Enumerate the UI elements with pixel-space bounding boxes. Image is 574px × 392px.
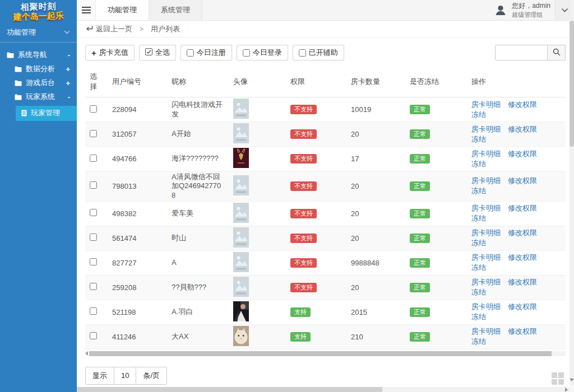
recharge-room-card-button[interactable]: + 房卡充值 <box>85 45 135 60</box>
vertical-scrollbar[interactable] <box>570 0 574 386</box>
nickname: A.羽白 <box>167 300 229 324</box>
tab-system[interactable]: 系统管理 <box>149 0 202 20</box>
filter-label: 今日登录 <box>253 48 282 58</box>
nickname: 爱车美 <box>167 201 229 226</box>
table-row: 411246大AX支持210正常房卡明细修改权限冻结 <box>85 324 566 349</box>
permission-badge: 不支持 <box>290 283 317 292</box>
row-checkbox[interactable] <box>90 234 97 241</box>
modify-permission-link[interactable]: 修改权限 <box>508 278 537 286</box>
sidebar-item-data-analysis[interactable]: 数据分析+ <box>0 62 77 76</box>
room-card-detail-link[interactable]: 房卡明细 <box>471 100 501 109</box>
row-checkbox[interactable] <box>90 209 97 216</box>
plus-icon: + <box>91 49 96 57</box>
user-area[interactable]: 您好，admin 超级管理组 <box>494 0 552 20</box>
app-window: 相聚时刻 建个岛一起乐 功能管理 系统导航-数据分析+游戏后台+玩家系统-玩家管… <box>0 0 574 392</box>
filter-checkbox-assist-open[interactable] <box>299 49 306 57</box>
freeze-link[interactable]: 冻结 <box>471 263 486 272</box>
table-horizontal-scrollbar[interactable] <box>85 350 566 357</box>
room-card-detail-link[interactable]: 房卡明细 <box>471 253 501 262</box>
page-size-control: 显示 10 条/页 <box>85 367 167 385</box>
sidebar-item-player-management[interactable]: 玩家管理 <box>16 106 77 121</box>
modify-permission-link[interactable]: 修改权限 <box>508 302 537 311</box>
sidebar-item-game-backend[interactable]: 游戏后台+ <box>0 76 77 90</box>
row-checkbox[interactable] <box>90 283 97 290</box>
modify-permission-link[interactable]: 修改权限 <box>508 327 537 335</box>
nickname: A <box>167 250 229 275</box>
user-role: 超级管理组 <box>512 11 550 18</box>
room-card-detail-link[interactable]: 房卡明细 <box>471 176 501 185</box>
modify-permission-link[interactable]: 修改权限 <box>508 176 537 185</box>
window-horizontal-scrollbar[interactable] <box>77 387 570 392</box>
table-row: 827727A不支持9988848正常房卡明细修改权限冻结 <box>85 250 566 275</box>
freeze-link[interactable]: 冻结 <box>471 110 486 119</box>
select-all-button[interactable]: 全选 <box>139 45 176 60</box>
user-greeting: 您好，admin <box>512 2 550 11</box>
modify-permission-link[interactable]: 修改权限 <box>508 228 537 237</box>
filter-button-assist-open[interactable]: 已开辅助 <box>293 45 344 60</box>
room-card-count: 10019 <box>346 97 405 122</box>
placeholder-image <box>233 227 249 248</box>
modify-permission-link[interactable]: 修改权限 <box>508 150 537 158</box>
search-button[interactable] <box>548 45 566 60</box>
scroll-right-arrow-icon[interactable] <box>565 387 568 392</box>
freeze-link[interactable]: 冻结 <box>471 239 486 247</box>
nickname: 闪电科技游戏开发 <box>167 97 229 122</box>
scrollbar-corner <box>570 387 574 392</box>
filter-checkbox-today-login[interactable] <box>243 49 250 57</box>
breadcrumb-separator: > <box>140 25 144 33</box>
modify-permission-link[interactable]: 修改权限 <box>508 253 537 262</box>
room-card-detail-link[interactable]: 房卡明细 <box>471 150 501 158</box>
row-actions: 房卡明细修改权限冻结 <box>467 147 566 171</box>
room-card-count: 20 <box>346 275 405 300</box>
row-checkbox[interactable] <box>90 105 97 113</box>
topbar-tabs: 功能管理系统管理 <box>96 0 202 20</box>
filter-button-today-login[interactable]: 今日登录 <box>237 45 288 60</box>
row-checkbox[interactable] <box>90 130 97 137</box>
window-horizontal-scrollbar-thumb[interactable] <box>77 387 382 392</box>
freeze-link[interactable]: 冻结 <box>471 135 486 143</box>
row-checkbox[interactable] <box>90 155 97 162</box>
modify-permission-link[interactable]: 修改权限 <box>508 100 537 109</box>
grid-squares-icon <box>552 372 564 385</box>
column-header: 选择 <box>85 67 108 97</box>
freeze-link[interactable]: 冻结 <box>471 337 486 346</box>
scroll-left-arrow-icon[interactable] <box>85 351 88 356</box>
room-card-detail-link[interactable]: 房卡明细 <box>471 278 501 286</box>
freeze-link[interactable]: 冻结 <box>471 160 486 168</box>
filter-button-today-registered[interactable]: 今日注册 <box>180 45 232 60</box>
vertical-scrollbar-thumb[interactable] <box>570 21 574 147</box>
nickname: 时山 <box>167 226 229 250</box>
row-checkbox[interactable] <box>90 332 97 339</box>
freeze-link[interactable]: 冻结 <box>471 214 486 222</box>
modify-permission-link[interactable]: 修改权限 <box>508 125 537 133</box>
sidebar-item-player-system[interactable]: 玩家系统- <box>0 90 77 104</box>
row-actions: 房卡明细修改权限冻结 <box>467 122 566 147</box>
tab-features[interactable]: 功能管理 <box>96 0 149 20</box>
scroll-down-arrow-icon[interactable] <box>570 379 574 381</box>
freeze-link[interactable]: 冻结 <box>471 186 486 195</box>
room-card-detail-link[interactable]: 房卡明细 <box>471 228 501 237</box>
sidebar-item-label: 玩家系统 <box>26 92 55 102</box>
room-card-detail-link[interactable]: 房卡明细 <box>471 204 501 212</box>
freeze-link[interactable]: 冻结 <box>471 312 486 321</box>
hamburger-menu-icon[interactable] <box>77 0 96 20</box>
permission-badge: 不支持 <box>290 209 317 218</box>
row-checkbox[interactable] <box>90 181 97 189</box>
sidebar-section-header[interactable]: 功能管理 <box>0 22 77 42</box>
row-checkbox[interactable] <box>90 258 97 265</box>
modify-permission-link[interactable]: 修改权限 <box>508 204 537 212</box>
row-checkbox[interactable] <box>90 307 97 315</box>
search-input[interactable] <box>495 45 548 60</box>
room-card-detail-link[interactable]: 房卡明细 <box>471 125 501 133</box>
page-size-value[interactable]: 10 <box>114 367 136 384</box>
sidebar-item-system-nav[interactable]: 系统导航- <box>0 48 77 62</box>
back-to-previous-link[interactable]: 返回上一页 <box>85 24 132 34</box>
room-card-detail-link[interactable]: 房卡明细 <box>471 327 501 335</box>
freeze-link[interactable]: 冻结 <box>471 288 486 296</box>
nickname: A开始 <box>167 122 229 147</box>
scrollbar-thumb[interactable] <box>89 351 552 356</box>
sidebar-item-label: 数据分析 <box>26 64 55 74</box>
permission-badge: 支持 <box>290 307 311 317</box>
room-card-detail-link[interactable]: 房卡明细 <box>471 302 501 311</box>
filter-checkbox-today-registered[interactable] <box>187 49 194 57</box>
